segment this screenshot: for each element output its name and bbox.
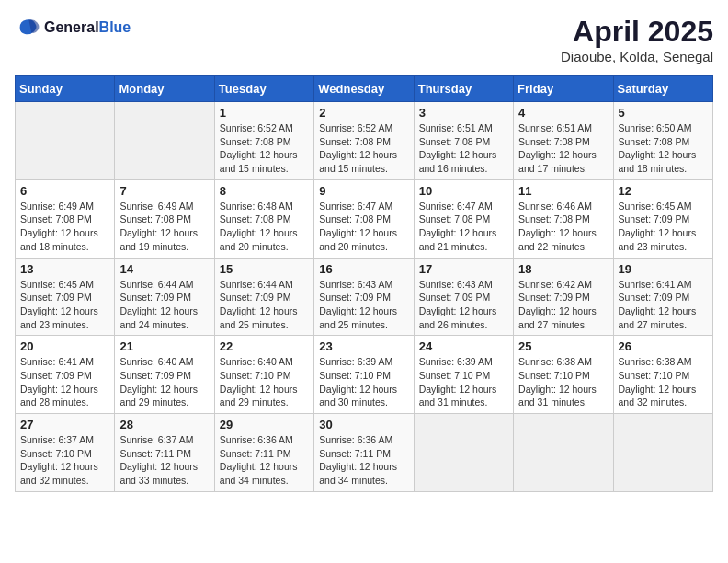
- day-detail: Sunrise: 6:47 AM Sunset: 7:08 PM Dayligh…: [319, 200, 408, 254]
- day-number: 16: [319, 262, 408, 276]
- table-row: 16Sunrise: 6:43 AM Sunset: 7:09 PM Dayli…: [314, 258, 414, 336]
- table-row: 14Sunrise: 6:44 AM Sunset: 7:09 PM Dayli…: [115, 258, 214, 336]
- day-number: 8: [220, 184, 309, 198]
- table-row: 2Sunrise: 6:52 AM Sunset: 7:08 PM Daylig…: [314, 102, 414, 180]
- table-row: 9Sunrise: 6:47 AM Sunset: 7:08 PM Daylig…: [314, 179, 414, 258]
- table-row: 30Sunrise: 6:36 AM Sunset: 7:11 PM Dayli…: [314, 414, 414, 492]
- table-row: [613, 414, 712, 492]
- table-row: [514, 414, 613, 492]
- day-number: 11: [518, 184, 608, 198]
- table-row: 4Sunrise: 6:51 AM Sunset: 7:08 PM Daylig…: [514, 102, 613, 180]
- day-number: 28: [119, 418, 209, 431]
- day-number: 3: [419, 106, 508, 120]
- calendar-header-row: Sunday Monday Tuesday Wednesday Thursday…: [16, 76, 713, 102]
- table-row: 19Sunrise: 6:41 AM Sunset: 7:09 PM Dayli…: [613, 258, 712, 336]
- table-row: 22Sunrise: 6:40 AM Sunset: 7:10 PM Dayli…: [214, 336, 313, 414]
- table-row: 25Sunrise: 6:38 AM Sunset: 7:10 PM Dayli…: [514, 336, 613, 414]
- table-row: 8Sunrise: 6:48 AM Sunset: 7:08 PM Daylig…: [214, 179, 313, 258]
- day-detail: Sunrise: 6:43 AM Sunset: 7:09 PM Dayligh…: [319, 278, 408, 332]
- table-row: 27Sunrise: 6:37 AM Sunset: 7:10 PM Dayli…: [16, 414, 115, 492]
- col-thursday: Thursday: [414, 76, 513, 102]
- day-number: 19: [619, 262, 708, 276]
- table-row: 13Sunrise: 6:45 AM Sunset: 7:09 PM Dayli…: [16, 258, 115, 336]
- table-row: 7Sunrise: 6:49 AM Sunset: 7:08 PM Daylig…: [115, 179, 214, 258]
- logo-text: GeneralBlue: [44, 19, 131, 36]
- day-detail: Sunrise: 6:38 AM Sunset: 7:10 PM Dayligh…: [619, 355, 708, 409]
- day-detail: Sunrise: 6:52 AM Sunset: 7:08 PM Dayligh…: [220, 121, 309, 176]
- day-detail: Sunrise: 6:38 AM Sunset: 7:10 PM Dayligh…: [518, 355, 608, 409]
- day-detail: Sunrise: 6:48 AM Sunset: 7:08 PM Dayligh…: [220, 200, 309, 254]
- table-row: 24Sunrise: 6:39 AM Sunset: 7:10 PM Dayli…: [414, 336, 513, 414]
- day-detail: Sunrise: 6:51 AM Sunset: 7:08 PM Dayligh…: [419, 121, 508, 176]
- day-number: 25: [518, 339, 608, 353]
- table-row: 17Sunrise: 6:43 AM Sunset: 7:09 PM Dayli…: [414, 258, 513, 336]
- day-detail: Sunrise: 6:37 AM Sunset: 7:10 PM Dayligh…: [20, 433, 109, 488]
- day-number: 23: [319, 339, 408, 353]
- day-number: 10: [419, 184, 508, 198]
- day-detail: Sunrise: 6:49 AM Sunset: 7:08 PM Dayligh…: [119, 200, 209, 254]
- day-number: 7: [119, 184, 209, 198]
- day-detail: Sunrise: 6:50 AM Sunset: 7:08 PM Dayligh…: [619, 121, 708, 176]
- calendar-table: Sunday Monday Tuesday Wednesday Thursday…: [15, 75, 713, 492]
- day-number: 2: [319, 106, 408, 120]
- col-wednesday: Wednesday: [314, 76, 414, 102]
- day-number: 27: [20, 418, 109, 431]
- day-detail: Sunrise: 6:52 AM Sunset: 7:08 PM Dayligh…: [319, 121, 408, 176]
- day-detail: Sunrise: 6:45 AM Sunset: 7:09 PM Dayligh…: [619, 200, 708, 254]
- table-row: [16, 102, 115, 180]
- table-row: 6Sunrise: 6:49 AM Sunset: 7:08 PM Daylig…: [16, 179, 115, 258]
- day-number: 26: [619, 339, 708, 353]
- day-number: 17: [419, 262, 508, 276]
- day-number: 18: [518, 262, 608, 276]
- month-title: April 2025: [561, 15, 713, 49]
- day-detail: Sunrise: 6:37 AM Sunset: 7:11 PM Dayligh…: [119, 433, 209, 488]
- table-row: 10Sunrise: 6:47 AM Sunset: 7:08 PM Dayli…: [414, 179, 513, 258]
- table-row: 5Sunrise: 6:50 AM Sunset: 7:08 PM Daylig…: [613, 102, 712, 180]
- day-number: 22: [220, 339, 309, 353]
- day-detail: Sunrise: 6:41 AM Sunset: 7:09 PM Dayligh…: [20, 355, 109, 409]
- calendar-week-row: 27Sunrise: 6:37 AM Sunset: 7:10 PM Dayli…: [16, 414, 713, 492]
- day-number: 5: [619, 106, 708, 120]
- table-row: 23Sunrise: 6:39 AM Sunset: 7:10 PM Dayli…: [314, 336, 414, 414]
- table-row: 21Sunrise: 6:40 AM Sunset: 7:09 PM Dayli…: [115, 336, 214, 414]
- day-detail: Sunrise: 6:49 AM Sunset: 7:08 PM Dayligh…: [20, 200, 109, 254]
- table-row: [414, 414, 513, 492]
- day-detail: Sunrise: 6:47 AM Sunset: 7:08 PM Dayligh…: [419, 200, 508, 254]
- day-number: 6: [20, 184, 109, 198]
- day-number: 12: [619, 184, 708, 198]
- day-number: 21: [119, 339, 209, 353]
- calendar-week-row: 6Sunrise: 6:49 AM Sunset: 7:08 PM Daylig…: [16, 179, 713, 258]
- day-detail: Sunrise: 6:39 AM Sunset: 7:10 PM Dayligh…: [319, 355, 408, 409]
- day-detail: Sunrise: 6:44 AM Sunset: 7:09 PM Dayligh…: [220, 278, 309, 332]
- table-row: 18Sunrise: 6:42 AM Sunset: 7:09 PM Dayli…: [514, 258, 613, 336]
- day-detail: Sunrise: 6:40 AM Sunset: 7:10 PM Dayligh…: [220, 355, 309, 409]
- table-row: [115, 102, 214, 180]
- day-number: 30: [319, 418, 408, 431]
- day-number: 20: [20, 339, 109, 353]
- day-number: 15: [220, 262, 309, 276]
- logo: GeneralBlue: [15, 15, 131, 40]
- day-detail: Sunrise: 6:41 AM Sunset: 7:09 PM Dayligh…: [619, 278, 708, 332]
- day-detail: Sunrise: 6:46 AM Sunset: 7:08 PM Dayligh…: [518, 200, 608, 254]
- day-detail: Sunrise: 6:36 AM Sunset: 7:11 PM Dayligh…: [319, 433, 408, 488]
- day-detail: Sunrise: 6:42 AM Sunset: 7:09 PM Dayligh…: [518, 278, 608, 332]
- col-monday: Monday: [115, 76, 214, 102]
- table-row: 26Sunrise: 6:38 AM Sunset: 7:10 PM Dayli…: [613, 336, 712, 414]
- day-number: 1: [220, 106, 309, 120]
- day-detail: Sunrise: 6:36 AM Sunset: 7:11 PM Dayligh…: [220, 433, 309, 488]
- table-row: 15Sunrise: 6:44 AM Sunset: 7:09 PM Dayli…: [214, 258, 313, 336]
- day-number: 4: [518, 106, 608, 120]
- day-detail: Sunrise: 6:45 AM Sunset: 7:09 PM Dayligh…: [20, 278, 109, 332]
- table-row: 28Sunrise: 6:37 AM Sunset: 7:11 PM Dayli…: [115, 414, 214, 492]
- day-number: 13: [20, 262, 109, 276]
- calendar-week-row: 20Sunrise: 6:41 AM Sunset: 7:09 PM Dayli…: [16, 336, 713, 414]
- logo-icon: [15, 15, 40, 40]
- day-number: 14: [119, 262, 209, 276]
- day-detail: Sunrise: 6:44 AM Sunset: 7:09 PM Dayligh…: [119, 278, 209, 332]
- col-saturday: Saturday: [613, 76, 712, 102]
- col-tuesday: Tuesday: [214, 76, 313, 102]
- day-detail: Sunrise: 6:43 AM Sunset: 7:09 PM Dayligh…: [419, 278, 508, 332]
- table-row: 1Sunrise: 6:52 AM Sunset: 7:08 PM Daylig…: [214, 102, 313, 180]
- title-block: April 2025 Diaoube, Kolda, Senegal: [561, 15, 713, 64]
- day-detail: Sunrise: 6:40 AM Sunset: 7:09 PM Dayligh…: [119, 355, 209, 409]
